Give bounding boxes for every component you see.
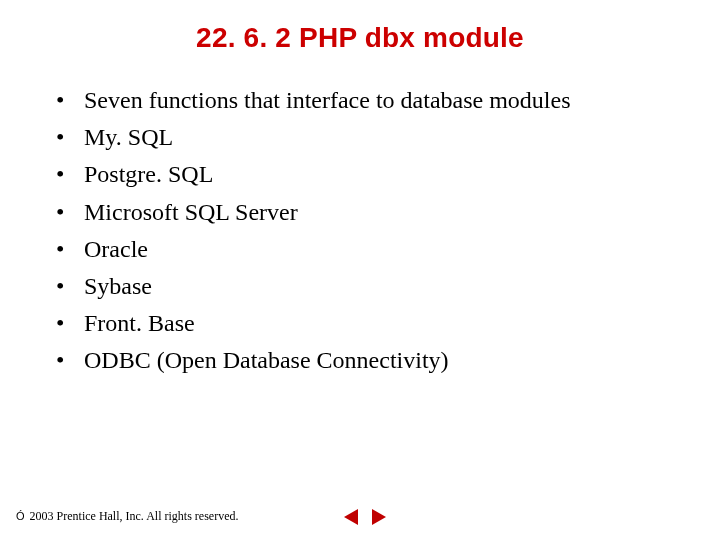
- list-item: Microsoft SQL Server: [56, 194, 680, 231]
- nav-controls: [340, 506, 390, 528]
- list-item: Oracle: [56, 231, 680, 268]
- footer: Ó 2003 Prentice Hall, Inc. All rights re…: [16, 509, 239, 524]
- svg-marker-1: [372, 509, 386, 525]
- list-item: Sybase: [56, 268, 680, 305]
- list-item-text: My. SQL: [84, 124, 173, 150]
- list-item-text: ODBC (Open Database Connectivity): [84, 347, 449, 373]
- list-item: ODBC (Open Database Connectivity): [56, 342, 680, 379]
- list-item: Front. Base: [56, 305, 680, 342]
- list-item-text: Postgre. SQL: [84, 161, 213, 187]
- list-item: My. SQL: [56, 119, 680, 156]
- bullet-list: Seven functions that interface to databa…: [56, 82, 680, 380]
- list-item-text: Microsoft SQL Server: [84, 199, 298, 225]
- svg-marker-0: [344, 509, 358, 525]
- slide: 22. 6. 2 PHP dbx module Seven functions …: [0, 0, 720, 540]
- title-section: 22. 6. 2 PHP: [196, 22, 357, 53]
- slide-title: 22. 6. 2 PHP dbx module: [0, 22, 720, 54]
- list-item-text: Front. Base: [84, 310, 195, 336]
- list-item: Postgre. SQL: [56, 156, 680, 193]
- title-tail: dbx module: [357, 22, 524, 53]
- triangle-left-icon: [341, 507, 361, 527]
- list-item-text: Seven functions that interface to databa…: [84, 87, 571, 113]
- list-item-text: Sybase: [84, 273, 152, 299]
- list-item: Seven functions that interface to databa…: [56, 82, 680, 119]
- prev-button[interactable]: [340, 506, 362, 528]
- triangle-right-icon: [369, 507, 389, 527]
- list-item-text: Oracle: [84, 236, 148, 262]
- footer-text: 2003 Prentice Hall, Inc. All rights rese…: [27, 509, 239, 523]
- next-button[interactable]: [368, 506, 390, 528]
- copyright-symbol: Ó: [16, 510, 25, 522]
